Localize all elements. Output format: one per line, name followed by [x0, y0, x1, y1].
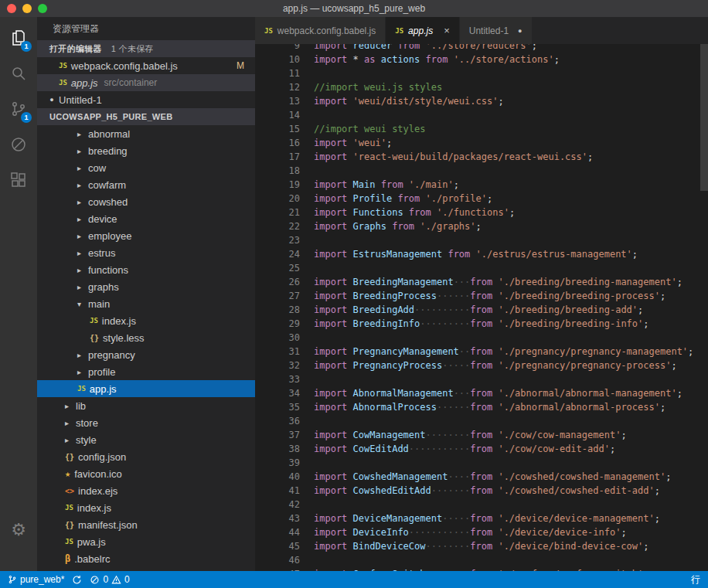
file-type-icon: ★	[65, 468, 70, 479]
tree-item[interactable]: ▸abnormal	[37, 125, 255, 142]
tree-item[interactable]: ▾main	[37, 295, 255, 312]
unsaved-count-badge: 1 个未保存	[111, 43, 154, 55]
close-button[interactable]	[7, 4, 16, 13]
workspace-root-header[interactable]: UCOWSAPP_H5_PURE_WEB	[37, 108, 255, 125]
gear-icon: ⚙	[11, 522, 26, 539]
code-line: 14	[255, 108, 708, 122]
tree-item[interactable]: ▸store	[37, 414, 255, 431]
tree-item[interactable]: {}config.json	[37, 448, 255, 465]
code-line: 9import reducer from '../store/reducers'…	[255, 44, 708, 53]
open-editors-label: 打开的编辑器	[49, 43, 102, 55]
tree-item-label: pregnancy	[88, 349, 135, 361]
line-number: 43	[255, 512, 300, 525]
activity-source-control[interactable]: 1	[0, 91, 37, 127]
code-line: 29import BreedingInfo·········from './br…	[255, 317, 708, 331]
scm-badge: 1	[21, 112, 32, 123]
explorer-badge: 1	[21, 41, 32, 52]
error-count: 0	[103, 574, 108, 585]
editor-tab[interactable]: Untitled-1●	[460, 17, 533, 44]
line-number: 37	[255, 428, 300, 442]
activity-search[interactable]	[0, 56, 37, 91]
tree-item[interactable]: ▸profile	[37, 363, 255, 380]
code-line: 39	[255, 456, 708, 470]
warning-icon	[111, 575, 121, 585]
zoom-button[interactable]	[38, 4, 47, 13]
tree-item[interactable]: ▸breeding	[37, 142, 255, 159]
file-type-icon: {}	[65, 521, 74, 529]
tree-item[interactable]: JSpwa.js	[37, 533, 255, 550]
tree-item[interactable]: JSindex.js	[37, 312, 255, 329]
close-icon[interactable]: ×	[444, 25, 450, 36]
tree-item[interactable]: <>index.ejs	[37, 482, 255, 499]
tree-item[interactable]: {}style.less	[37, 329, 255, 346]
tree-item[interactable]: ▸pregnancy	[37, 346, 255, 363]
line-number: 23	[255, 233, 300, 247]
line-number: 42	[255, 498, 300, 512]
activity-explorer[interactable]: 1	[0, 20, 37, 56]
tree-item[interactable]: JSapp.js	[37, 380, 255, 397]
code-line: 31import PregnancyManagement··from './pr…	[255, 345, 708, 359]
activity-extensions[interactable]	[0, 162, 37, 198]
search-icon	[9, 64, 28, 83]
file-type-icon: JS	[65, 504, 73, 512]
tree-item-label: employee	[88, 230, 131, 242]
tree-item[interactable]: ▸lib	[37, 397, 255, 414]
code-line: 45import BindDeviceCow········from './de…	[255, 539, 708, 553]
open-editor-label: Untitled-1	[59, 94, 102, 106]
tree-item[interactable]: JSindex.js	[37, 499, 255, 516]
problems-indicator[interactable]: 0 0	[90, 574, 129, 585]
chevron-right-icon: ▸	[77, 130, 88, 138]
line-number: 32	[255, 359, 300, 372]
tree-item[interactable]: ▸cow	[37, 159, 255, 176]
dirty-dot-icon: ●	[518, 27, 522, 35]
code-editor[interactable]: 9import reducer from '../store/reducers'…	[255, 44, 708, 571]
tree-item[interactable]: ▸cowshed	[37, 193, 255, 210]
code-line: 34import AbnormalManagement···from './ab…	[255, 386, 708, 400]
code-line: 30	[255, 331, 708, 345]
editor-tab[interactable]: JSwebpack.config.babel.js	[255, 17, 386, 44]
chevron-right-icon: ▸	[77, 147, 88, 155]
tab-label: app.js	[408, 25, 433, 36]
line-number: 11	[255, 66, 300, 80]
chevron-right-icon: ▸	[77, 198, 88, 206]
git-branch-indicator[interactable]: pure_web*	[8, 574, 64, 585]
cursor-position[interactable]: 行	[691, 573, 700, 586]
open-editor-item[interactable]: JSapp.jssrc/container	[37, 74, 255, 91]
tree-item[interactable]: β.babelrc	[37, 550, 255, 567]
scrollbar-thumb[interactable]	[700, 44, 708, 191]
sync-button[interactable]	[72, 575, 82, 585]
tree-item[interactable]: ▸graphs	[37, 278, 255, 295]
tree-item[interactable]: ▸estrus	[37, 244, 255, 261]
window-title: app.js — ucowsapp_h5_pure_web	[0, 3, 708, 14]
line-number: 16	[255, 136, 300, 150]
line-number: 21	[255, 206, 300, 219]
sidebar-explorer: 资源管理器 打开的编辑器 1 个未保存 JSwebpack.config.bab…	[37, 17, 255, 571]
tree-item[interactable]: ★favicon.ico	[37, 465, 255, 482]
line-number: 10	[255, 53, 300, 66]
open-editor-detail: src/container	[104, 77, 158, 88]
open-editor-item[interactable]: ●Untitled-1	[37, 91, 255, 108]
code-line: 18	[255, 164, 708, 178]
tree-item-label: index.js	[77, 502, 111, 514]
code-line: 13import 'weui/dist/style/weui.css';	[255, 94, 708, 108]
open-editor-item[interactable]: JSwebpack.config.babel.jsM	[37, 57, 255, 74]
extensions-icon	[9, 171, 28, 189]
circle-slash-icon	[9, 135, 28, 154]
open-editors-header[interactable]: 打开的编辑器 1 个未保存	[37, 40, 255, 57]
editor-tab[interactable]: JSapp.js×	[386, 17, 459, 44]
tree-item[interactable]: ▸style	[37, 431, 255, 448]
tree-item[interactable]: ▸cowfarm	[37, 176, 255, 193]
tree-item-label: breeding	[88, 145, 128, 157]
tree-item[interactable]: {}manifest.json	[37, 516, 255, 533]
activity-debug[interactable]	[0, 127, 37, 162]
chevron-right-icon: ▸	[77, 283, 88, 291]
code-line: 42	[255, 498, 708, 512]
line-number: 35	[255, 400, 300, 414]
minimize-button[interactable]	[22, 4, 32, 13]
tree-item[interactable]: ▸employee	[37, 227, 255, 244]
vscode-window: app.js — ucowsapp_h5_pure_web 1 1	[0, 0, 708, 588]
line-number: 22	[255, 219, 300, 233]
tree-item[interactable]: ▸device	[37, 210, 255, 227]
tree-item[interactable]: ▸functions	[37, 261, 255, 278]
activity-settings[interactable]: ⚙	[0, 512, 37, 548]
